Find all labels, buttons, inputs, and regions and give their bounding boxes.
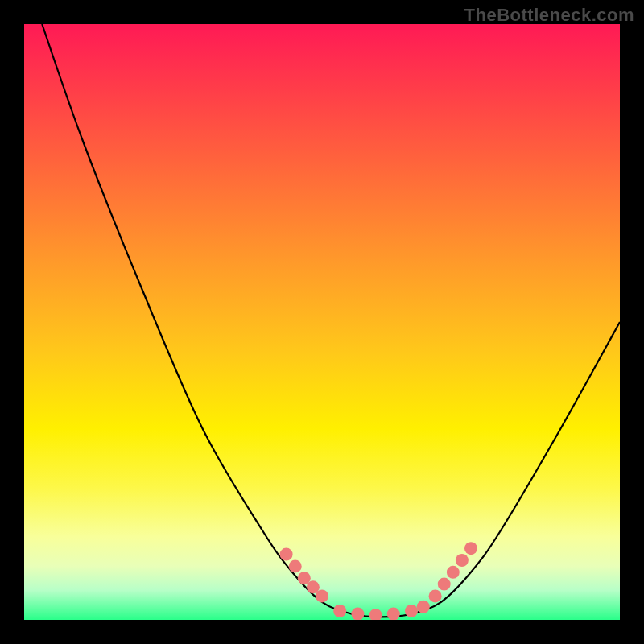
data-marker: [333, 605, 346, 617]
data-marker: [369, 609, 382, 620]
data-marker: [316, 589, 328, 602]
data-marker: [289, 559, 302, 572]
data-marker: [280, 548, 293, 561]
bottleneck-curve: [42, 24, 620, 617]
data-marker: [351, 608, 364, 620]
data-marker: [387, 608, 400, 620]
chart-svg: [24, 24, 620, 620]
data-marker: [438, 578, 451, 591]
data-marker: [429, 589, 442, 602]
watermark-text: TheBottleneck.com: [464, 5, 634, 26]
data-marker: [447, 566, 460, 579]
data-marker: [417, 601, 430, 613]
plot-area: [24, 24, 620, 620]
data-marker: [456, 554, 469, 567]
data-marker: [464, 542, 477, 555]
data-marker: [405, 605, 418, 617]
data-markers: [280, 542, 477, 620]
